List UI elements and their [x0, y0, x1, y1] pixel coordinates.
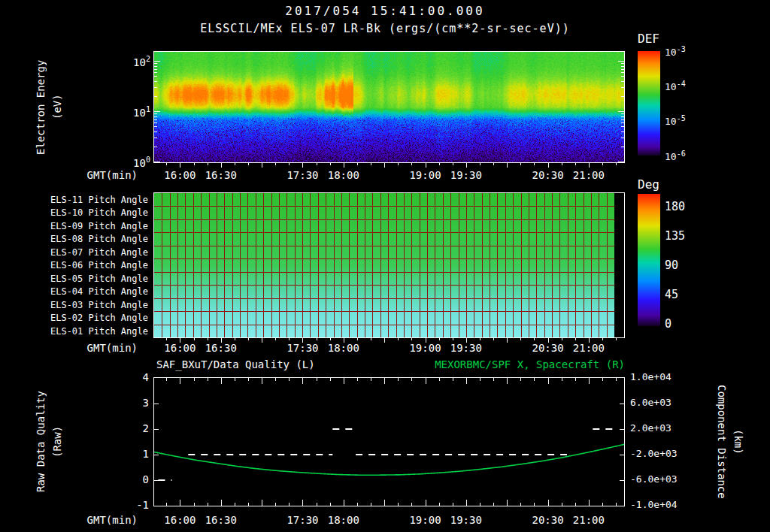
gmt-axis-label: GMT(min) — [71, 514, 138, 526]
quality-tick-label: 4 — [126, 371, 149, 383]
axis-tick-mark — [575, 163, 576, 165]
axis-tick-mark — [154, 138, 157, 138]
axis-tick-mark — [344, 338, 344, 343]
axis-tick-mark — [621, 87, 624, 88]
quality-ylabel: Raw Data Quality — [35, 377, 47, 506]
quality-tick-label: 1 — [126, 448, 149, 460]
time-axis-row-1: 16:0016:3017:3018:0019:0019:3020:3021:00 — [154, 169, 624, 181]
gmt-axis-label: GMT(min) — [71, 342, 138, 354]
axis-tick-mark — [562, 338, 562, 340]
axis-tick-mark — [439, 163, 440, 165]
timestamp-title: 2017/054 15:41:00.000 — [0, 4, 770, 18]
axis-tick-mark — [275, 338, 276, 340]
time-tick-label: 18:00 — [325, 514, 362, 526]
ytick-1e2: 102 — [119, 55, 150, 68]
axis-tick-mark — [575, 338, 576, 340]
ytick-1e0: 100 — [119, 156, 150, 169]
ytick-base: 10 — [133, 157, 146, 169]
axis-tick-mark — [154, 81, 157, 82]
axis-tick-mark — [330, 163, 331, 165]
pitch-row-label: ELS-06 Pitch Angle — [50, 260, 148, 271]
axis-tick-mark — [602, 163, 603, 165]
def-tick-exp: -6 — [677, 150, 686, 158]
quality-tick-label: 0 — [126, 473, 149, 485]
pitch-row-label: ELS-07 Pitch Angle — [50, 247, 148, 258]
def-colorbar — [638, 51, 660, 156]
axis-tick-mark — [621, 147, 624, 147]
axis-tick-mark — [248, 163, 249, 165]
distance-tick-label: 1.0e+04 — [630, 371, 671, 382]
time-tick-label: 16:00 — [161, 514, 199, 526]
time-tick-label: 16:30 — [202, 169, 240, 181]
axis-tick-mark — [357, 163, 358, 165]
axis-tick-mark — [262, 163, 262, 168]
quality-left-title: SAF_BXuT/Data Quality (L) — [156, 358, 315, 370]
deg-tick-label: 90 — [665, 258, 678, 272]
axis-tick-mark — [208, 338, 208, 340]
distance-tick-label: -2.0e+03 — [630, 448, 678, 459]
deg-tick-label: 180 — [665, 200, 685, 213]
pitch-row-label: ELS-08 Pitch Angle — [50, 234, 148, 244]
axis-tick-mark — [621, 122, 624, 123]
ytick-base: 10 — [133, 56, 146, 68]
axis-tick-mark — [621, 63, 624, 64]
spectrogram-ylabel: Electron Energy — [35, 51, 47, 163]
distance-tick-label: 2.0e+03 — [630, 422, 671, 434]
deg-tick-label: 0 — [665, 317, 671, 331]
distance-right-ticks: 1.0e+046.0e+032.0e+03-2.0e+03-6.0e+03-1.… — [630, 377, 684, 506]
quality-tick-label: 2 — [126, 422, 149, 434]
def-tick-1e-6: 10-6 — [665, 150, 686, 162]
def-tick-base: 10 — [665, 151, 677, 162]
deg-colorbar — [638, 194, 660, 326]
axis-tick-mark — [507, 338, 508, 343]
axis-tick-mark — [453, 338, 453, 340]
axis-tick-mark — [548, 338, 549, 343]
axis-tick-mark — [384, 338, 385, 343]
axis-tick-mark — [507, 163, 508, 168]
axis-tick-mark — [194, 163, 195, 165]
axis-tick-mark — [154, 126, 157, 127]
time-tick-label: 16:00 — [161, 169, 199, 181]
electron-spectrogram-canvas — [154, 52, 624, 162]
axis-tick-mark — [618, 162, 624, 162]
axis-tick-mark — [221, 338, 222, 343]
pitch-row-label: ELS-01 Pitch Angle — [50, 326, 148, 337]
axis-tick-mark — [317, 338, 317, 340]
axis-tick-mark — [616, 163, 617, 165]
axis-tick-mark — [384, 163, 385, 168]
axis-tick-mark — [520, 163, 521, 165]
axis-tick-mark — [235, 163, 235, 165]
axis-tick-mark — [154, 61, 160, 62]
axis-tick-mark — [154, 66, 157, 67]
axis-tick-mark — [398, 338, 399, 340]
time-tick-label: 21:00 — [570, 514, 608, 526]
time-axis-row-3: 16:0016:3017:3018:0019:0019:3020:3021:00 — [154, 514, 624, 526]
axis-tick-mark — [154, 116, 157, 117]
axis-tick-mark — [616, 338, 617, 340]
ytick-base: 10 — [133, 107, 146, 119]
axis-tick-mark — [621, 131, 624, 132]
axis-tick-mark — [208, 163, 208, 165]
time-tick-label: 20:30 — [529, 169, 567, 181]
axis-tick-mark — [154, 131, 157, 132]
axis-tick-mark — [154, 119, 157, 120]
plot-screen: 2017/054 15:41:00.000 ELSSCIL/MEx ELS-07… — [0, 0, 770, 532]
time-tick-label: 18:00 — [325, 342, 362, 354]
axis-tick-mark — [371, 163, 371, 165]
colorbar-def-label: DEF — [638, 32, 659, 46]
axis-tick-mark — [618, 111, 624, 112]
axis-tick-mark — [621, 72, 624, 73]
time-tick-label: 16:30 — [202, 514, 240, 526]
pitch-row-label: ELS-09 Pitch Angle — [50, 221, 148, 231]
axis-tick-mark — [154, 87, 157, 88]
axis-tick-mark — [426, 338, 426, 343]
axis-tick-mark — [548, 163, 549, 168]
quality-ylabel-units: (Raw) — [51, 377, 63, 506]
axis-tick-mark — [302, 338, 303, 343]
quality-tick-label: 3 — [126, 397, 149, 409]
axis-tick-mark — [411, 163, 412, 165]
axis-tick-mark — [166, 163, 167, 165]
time-tick-label: 19:30 — [447, 169, 485, 181]
axis-tick-mark — [154, 96, 157, 97]
axis-tick-mark — [480, 338, 480, 340]
